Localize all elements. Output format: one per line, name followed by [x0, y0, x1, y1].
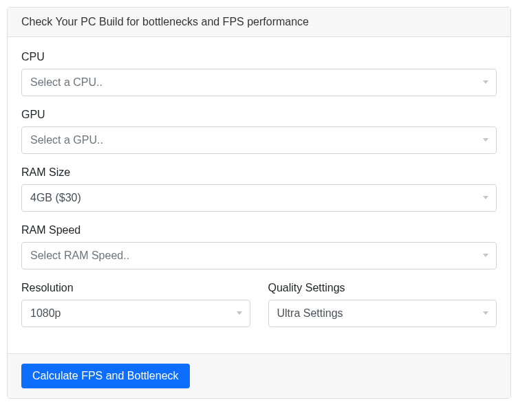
card-title: Check Your PC Build for bottlenecks and …: [21, 16, 309, 27]
card-header: Check Your PC Build for bottlenecks and …: [8, 8, 510, 37]
gpu-select[interactable]: Select a GPU..: [21, 126, 497, 154]
ram-speed-label: RAM Speed: [21, 224, 497, 236]
ram-speed-group: RAM Speed Select RAM Speed..: [21, 224, 497, 269]
ram-speed-select[interactable]: Select RAM Speed..: [21, 242, 497, 269]
quality-select-value: Ultra Settings: [268, 300, 497, 327]
quality-group: Quality Settings Ultra Settings: [268, 282, 497, 327]
gpu-label: GPU: [21, 109, 497, 121]
quality-label: Quality Settings: [268, 282, 497, 294]
gpu-select-value: Select a GPU..: [21, 126, 497, 154]
resolution-group: Resolution 1080p: [21, 282, 250, 327]
cpu-group: CPU Select a CPU..: [21, 51, 497, 96]
resolution-quality-row: Resolution 1080p Quality Settings Ultra …: [21, 282, 497, 340]
ram-size-group: RAM Size 4GB ($30): [21, 166, 497, 212]
ram-size-select-value: 4GB ($30): [21, 184, 497, 212]
cpu-label: CPU: [21, 51, 497, 63]
cpu-select[interactable]: Select a CPU..: [21, 69, 497, 96]
quality-select[interactable]: Ultra Settings: [268, 300, 497, 327]
resolution-select[interactable]: 1080p: [21, 300, 250, 327]
resolution-label: Resolution: [21, 282, 250, 294]
card-footer: Calculate FPS and Bottleneck: [8, 353, 510, 398]
calculate-button[interactable]: Calculate FPS and Bottleneck: [21, 364, 190, 388]
resolution-select-value: 1080p: [21, 300, 250, 327]
ram-size-select[interactable]: 4GB ($30): [21, 184, 497, 212]
cpu-select-value: Select a CPU..: [21, 69, 497, 96]
bottleneck-card: Check Your PC Build for bottlenecks and …: [7, 7, 511, 399]
ram-size-label: RAM Size: [21, 166, 497, 179]
card-body: CPU Select a CPU.. GPU Select a GPU.. RA…: [8, 37, 510, 353]
gpu-group: GPU Select a GPU..: [21, 109, 497, 154]
ram-speed-select-value: Select RAM Speed..: [21, 242, 497, 269]
